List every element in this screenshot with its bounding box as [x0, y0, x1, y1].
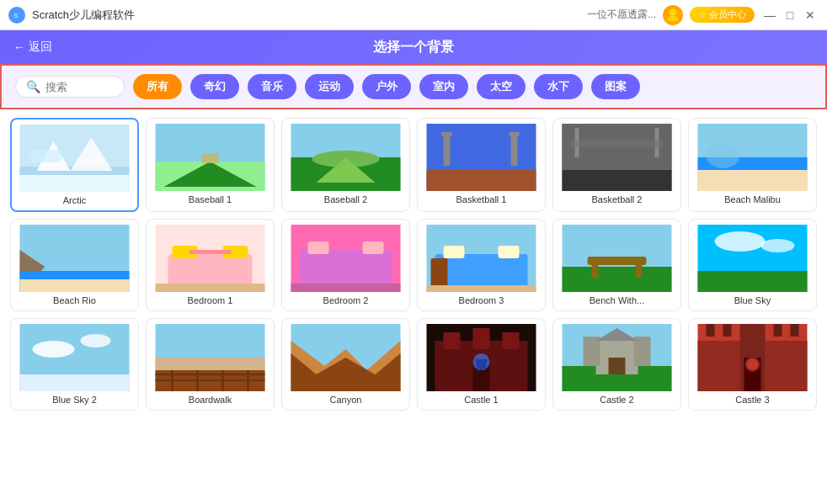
svg-rect-50	[444, 246, 465, 258]
svg-rect-94	[698, 341, 740, 391]
svg-rect-95	[766, 341, 808, 391]
svg-point-66	[81, 334, 111, 347]
svg-rect-20	[442, 132, 452, 136]
svg-point-62	[761, 239, 795, 252]
svg-rect-90	[634, 337, 651, 366]
backdrop-thumbnail	[17, 125, 132, 192]
svg-point-61	[715, 231, 766, 252]
backdrop-card[interactable]: Boardwalk	[146, 318, 275, 411]
title-bar-right: 一位不愿透露... ☆ 会员中心 — □ ✕	[587, 5, 819, 25]
svg-rect-49	[435, 254, 528, 288]
backdrop-card[interactable]: Castle 1	[417, 318, 546, 411]
svg-rect-89	[584, 337, 600, 366]
backdrop-label: Castle 3	[694, 395, 811, 405]
backdrop-card[interactable]: Bench With...	[552, 219, 681, 311]
svg-text:S: S	[13, 12, 18, 19]
svg-rect-82	[473, 328, 490, 349]
backdrop-thumbnail	[694, 324, 811, 391]
backdrop-card[interactable]: Castle 3	[688, 318, 817, 411]
backdrop-thumbnail	[558, 124, 675, 191]
title-bar: S Scratch少儿编程软件 一位不愿透露... ☆ 会员中心 — □ ✕	[0, 0, 827, 30]
filter-music[interactable]: 音乐	[248, 74, 296, 99]
backdrop-thumbnail	[152, 324, 269, 391]
svg-rect-31	[698, 170, 808, 191]
backdrop-thumbnail	[694, 225, 811, 292]
minimize-button[interactable]: —	[761, 7, 778, 24]
search-input[interactable]	[45, 81, 121, 93]
close-button[interactable]: ✕	[802, 7, 819, 24]
backdrop-thumbnail	[423, 324, 540, 391]
svg-rect-8	[29, 150, 62, 162]
backdrop-thumbnail	[694, 124, 811, 191]
window-controls: — □ ✕	[761, 7, 819, 24]
backdrop-label: Bedroom 1	[152, 295, 269, 305]
back-arrow-icon: ←	[13, 40, 25, 54]
backdrop-label: Beach Rio	[16, 295, 133, 305]
backdrop-card[interactable]: Beach Malibu	[688, 118, 817, 212]
svg-rect-100	[791, 324, 799, 337]
backdrop-thumbnail	[152, 124, 269, 191]
backdrop-card[interactable]: Castle 2	[552, 318, 681, 411]
filter-underwater[interactable]: 水下	[534, 74, 583, 99]
vip-icon: ☆	[698, 9, 707, 20]
svg-point-2	[670, 8, 676, 15]
svg-rect-21	[511, 132, 518, 166]
svg-rect-12	[202, 153, 219, 163]
filter-all[interactable]: 所有	[133, 74, 182, 99]
filter-fantasy[interactable]: 奇幻	[190, 74, 239, 99]
svg-rect-64	[20, 374, 130, 391]
filter-sports[interactable]: 运动	[305, 74, 354, 99]
svg-rect-91	[609, 358, 626, 374]
backdrop-thumbnail	[423, 124, 540, 191]
maximize-button[interactable]: □	[782, 7, 798, 24]
backdrop-card[interactable]: Bedroom 3	[417, 219, 546, 311]
backdrop-thumbnail	[558, 324, 675, 391]
svg-rect-47	[291, 284, 401, 292]
svg-rect-60	[698, 271, 808, 292]
svg-point-102	[746, 358, 760, 371]
filter-patterns[interactable]: 图案	[591, 74, 640, 99]
backdrop-card[interactable]: Blue Sky	[688, 219, 817, 311]
svg-rect-18	[427, 170, 536, 191]
back-label: 返回	[29, 40, 52, 55]
svg-point-65	[33, 341, 75, 358]
svg-rect-19	[444, 132, 451, 166]
svg-rect-55	[563, 267, 672, 292]
backdrop-card[interactable]: Canyon	[281, 318, 410, 411]
backdrop-card[interactable]: Arctic	[10, 118, 139, 212]
backdrop-card[interactable]: Bedroom 1	[146, 219, 275, 311]
user-avatar	[663, 5, 683, 25]
svg-rect-44	[300, 250, 392, 288]
backdrop-label: Bench With...	[558, 295, 675, 305]
filter-indoor[interactable]: 室内	[419, 74, 468, 99]
svg-rect-68	[156, 358, 265, 370]
backdrop-label: Blue Sky 2	[16, 395, 133, 405]
search-icon: 🔍	[26, 80, 40, 93]
svg-rect-41	[189, 250, 232, 254]
backdrop-thumbnail	[287, 124, 404, 191]
title-bar-left: S Scratch少儿编程软件	[8, 7, 135, 24]
search-box[interactable]: 🔍	[15, 76, 125, 98]
backdrop-card[interactable]: Baseball 2	[281, 118, 410, 212]
backdrop-label: Bedroom 2	[287, 295, 404, 305]
backdrop-card[interactable]: Basketball 2	[552, 118, 681, 212]
app-logo: S	[8, 7, 25, 24]
svg-rect-81	[444, 332, 461, 349]
svg-rect-22	[510, 132, 520, 136]
backdrop-card[interactable]: Bedroom 2	[281, 219, 410, 311]
backdrop-card[interactable]: Baseball 1	[146, 118, 275, 212]
vip-label: 会员中心	[709, 8, 746, 21]
filter-outdoor[interactable]: 户外	[362, 74, 411, 99]
svg-rect-42	[156, 284, 265, 292]
backdrop-thumbnail	[16, 324, 133, 391]
backdrop-card[interactable]: Beach Rio	[10, 219, 139, 311]
vip-button[interactable]: ☆ 会员中心	[690, 7, 755, 23]
filter-space[interactable]: 太空	[477, 74, 526, 99]
back-button[interactable]: ← 返回	[13, 40, 52, 55]
svg-rect-52	[431, 258, 448, 288]
backdrop-card[interactable]: Basketball 1	[417, 118, 546, 212]
svg-rect-57	[592, 265, 599, 278]
backdrop-thumbnail	[558, 225, 675, 292]
backdrop-card[interactable]: Blue Sky 2	[10, 318, 139, 411]
backdrop-grid: Arctic Baseball 1 Baseball 2 Basketball …	[0, 109, 827, 504]
